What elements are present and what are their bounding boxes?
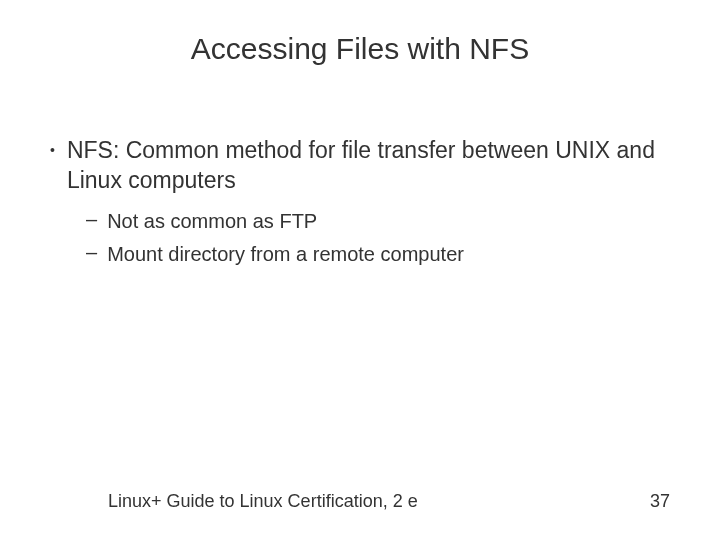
sub-bullet-item: – Not as common as FTP	[86, 208, 680, 235]
sub-bullet-text: Not as common as FTP	[107, 208, 317, 235]
slide-footer: Linux+ Guide to Linux Certification, 2 e…	[0, 491, 720, 512]
slide-container: Accessing Files with NFS • NFS: Common m…	[0, 0, 720, 540]
sub-bullet-item: – Mount directory from a remote computer	[86, 241, 680, 268]
bullet-text: NFS: Common method for file transfer bet…	[67, 136, 680, 196]
footer-source: Linux+ Guide to Linux Certification, 2 e	[108, 491, 418, 512]
sub-bullet-text: Mount directory from a remote computer	[107, 241, 464, 268]
sub-bullet-marker: –	[86, 241, 97, 264]
bullet-item: • NFS: Common method for file transfer b…	[50, 136, 680, 196]
page-number: 37	[650, 491, 670, 512]
slide-content: • NFS: Common method for file transfer b…	[40, 136, 680, 268]
sub-bullet-list: – Not as common as FTP – Mount directory…	[50, 208, 680, 268]
bullet-marker: •	[50, 142, 55, 158]
sub-bullet-marker: –	[86, 208, 97, 231]
slide-title: Accessing Files with NFS	[40, 32, 680, 66]
